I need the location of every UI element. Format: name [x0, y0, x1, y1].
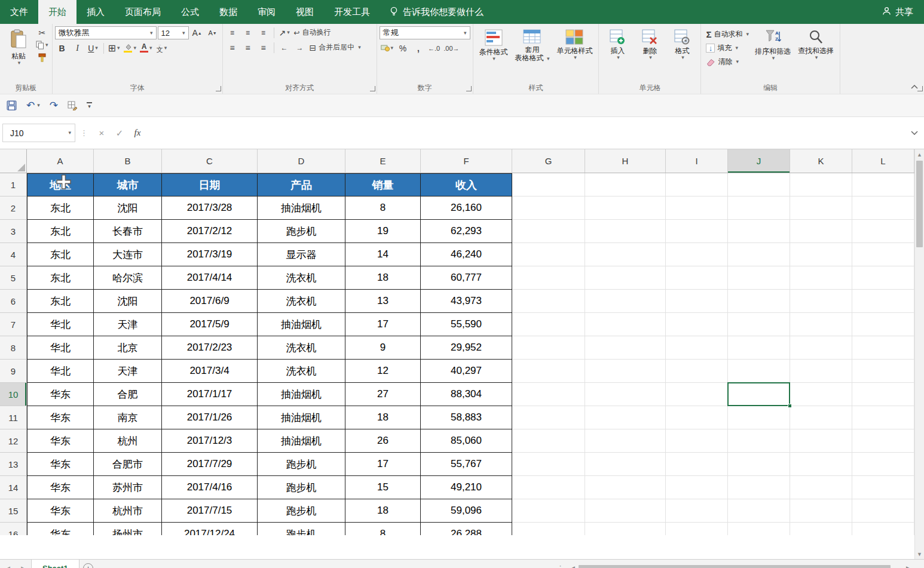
- cell-B8[interactable]: 北京: [94, 336, 162, 360]
- column-header-G[interactable]: G: [512, 149, 585, 173]
- cell-B1[interactable]: 城市: [94, 173, 162, 197]
- cell-D2[interactable]: 抽油烟机: [258, 197, 345, 220]
- delete-cells-button[interactable]: 删除 ▾: [634, 26, 666, 62]
- cell-B13[interactable]: 合肥市: [94, 453, 162, 476]
- horizontal-scrollbar[interactable]: ◀ ▶: [568, 560, 913, 568]
- italic-button[interactable]: I: [71, 42, 85, 54]
- cell-F2[interactable]: 26,160: [421, 197, 512, 220]
- cell-L10[interactable]: [852, 383, 914, 406]
- cell-G10[interactable]: [512, 383, 585, 406]
- ribbon-tab-formulas[interactable]: 公式: [171, 0, 209, 24]
- column-header-K[interactable]: K: [790, 149, 852, 173]
- cell-F4[interactable]: 46,240: [421, 243, 512, 266]
- cell-K3[interactable]: [790, 220, 852, 243]
- cell-F13[interactable]: 55,767: [421, 453, 512, 476]
- cell-C5[interactable]: 2017/4/14: [162, 266, 258, 290]
- cell-F15[interactable]: 59,096: [421, 499, 512, 523]
- column-header-A[interactable]: A: [27, 149, 94, 173]
- formula-input[interactable]: [146, 124, 907, 142]
- cell-J2[interactable]: [728, 197, 790, 220]
- cell-A2[interactable]: 东北: [27, 197, 94, 220]
- cell-H8[interactable]: [585, 336, 666, 360]
- cell-L1[interactable]: [852, 173, 914, 197]
- cell-J8[interactable]: [728, 336, 790, 360]
- cell-K7[interactable]: [790, 313, 852, 336]
- cell-G15[interactable]: [512, 499, 585, 523]
- cell-I11[interactable]: [666, 406, 728, 429]
- cell-A6[interactable]: 东北: [27, 290, 94, 313]
- cell-A7[interactable]: 华北: [27, 313, 94, 336]
- cell-B16[interactable]: 扬州市: [94, 523, 162, 535]
- cell-B4[interactable]: 大连市: [94, 243, 162, 266]
- cell-I4[interactable]: [666, 243, 728, 266]
- cell-E6[interactable]: 13: [345, 290, 421, 313]
- cell-A14[interactable]: 华东: [27, 476, 94, 499]
- cell-I1[interactable]: [666, 173, 728, 197]
- cell-G13[interactable]: [512, 453, 585, 476]
- format-cells-button[interactable]: 格式 ▾: [666, 26, 698, 62]
- cell-F3[interactable]: 62,293: [421, 220, 512, 243]
- cell-I6[interactable]: [666, 290, 728, 313]
- insert-cells-button[interactable]: 插入 ▾: [601, 26, 634, 62]
- number-format-select[interactable]: 常规 ▾: [380, 26, 470, 39]
- cell-A4[interactable]: 东北: [27, 243, 94, 266]
- cell-L11[interactable]: [852, 406, 914, 429]
- cell-H16[interactable]: [585, 523, 666, 535]
- cell-H14[interactable]: [585, 476, 666, 499]
- align-middle-button[interactable]: ≡: [241, 26, 255, 39]
- font-dialog-launcher[interactable]: [216, 86, 221, 91]
- cell-D3[interactable]: 跑步机: [258, 220, 345, 243]
- column-header-H[interactable]: H: [585, 149, 666, 173]
- insert-function-button[interactable]: fx: [128, 125, 146, 142]
- cell-E9[interactable]: 12: [345, 360, 421, 383]
- cell-J11[interactable]: [728, 406, 790, 429]
- row-header-11[interactable]: 11: [0, 406, 26, 429]
- cell-E15[interactable]: 18: [345, 499, 421, 523]
- cell-I12[interactable]: [666, 429, 728, 453]
- cell-C8[interactable]: 2017/2/23: [162, 336, 258, 360]
- cell-I2[interactable]: [666, 197, 728, 220]
- cell-I9[interactable]: [666, 360, 728, 383]
- ribbon-tab-data[interactable]: 数据: [209, 0, 247, 24]
- cell-I15[interactable]: [666, 499, 728, 523]
- horizontal-scroll-splitter[interactable]: ⋮: [553, 560, 568, 568]
- cell-D10[interactable]: 抽油烟机: [258, 383, 345, 406]
- copy-button[interactable]: ▾: [35, 39, 50, 51]
- cell-E13[interactable]: 17: [345, 453, 421, 476]
- decrease-indent-button[interactable]: ←: [277, 41, 292, 54]
- phonetic-guide-button[interactable]: ··文 ▾: [155, 42, 169, 54]
- cell-H3[interactable]: [585, 220, 666, 243]
- bold-button[interactable]: B: [55, 42, 69, 54]
- cell-D15[interactable]: 跑步机: [258, 499, 345, 523]
- cell-I13[interactable]: [666, 453, 728, 476]
- cell-K1[interactable]: [790, 173, 852, 197]
- cell-K6[interactable]: [790, 290, 852, 313]
- row-header-1[interactable]: 1: [0, 173, 26, 197]
- cell-I7[interactable]: [666, 313, 728, 336]
- cell-J9[interactable]: [728, 360, 790, 383]
- clear-button[interactable]: 清除 ▾: [703, 55, 751, 69]
- ribbon-tab-insert[interactable]: 插入: [77, 0, 115, 24]
- cell-K15[interactable]: [790, 499, 852, 523]
- fill-color-button[interactable]: ▾: [123, 42, 138, 54]
- cell-L6[interactable]: [852, 290, 914, 313]
- cell-A13[interactable]: 华东: [27, 453, 94, 476]
- enter-entry-button[interactable]: ✓: [111, 125, 128, 142]
- cell-E10[interactable]: 27: [345, 383, 421, 406]
- row-header-15[interactable]: 15: [0, 499, 26, 523]
- cell-E14[interactable]: 15: [345, 476, 421, 499]
- cell-G1[interactable]: [512, 173, 585, 197]
- wrap-text-button[interactable]: ↩ 自动换行: [293, 26, 350, 39]
- cell-J6[interactable]: [728, 290, 790, 313]
- format-painter-button[interactable]: [35, 51, 50, 64]
- cell-G5[interactable]: [512, 266, 585, 290]
- formula-bar-splitter[interactable]: ⋮: [75, 128, 93, 137]
- vertical-scroll-track[interactable]: [915, 159, 924, 549]
- row-header-7[interactable]: 7: [0, 313, 26, 336]
- cell-B3[interactable]: 长春市: [94, 220, 162, 243]
- cell-F14[interactable]: 49,210: [421, 476, 512, 499]
- cell-I3[interactable]: [666, 220, 728, 243]
- cell-C10[interactable]: 2017/1/17: [162, 383, 258, 406]
- borders-button[interactable]: ⊞▾: [107, 42, 121, 54]
- cell-L3[interactable]: [852, 220, 914, 243]
